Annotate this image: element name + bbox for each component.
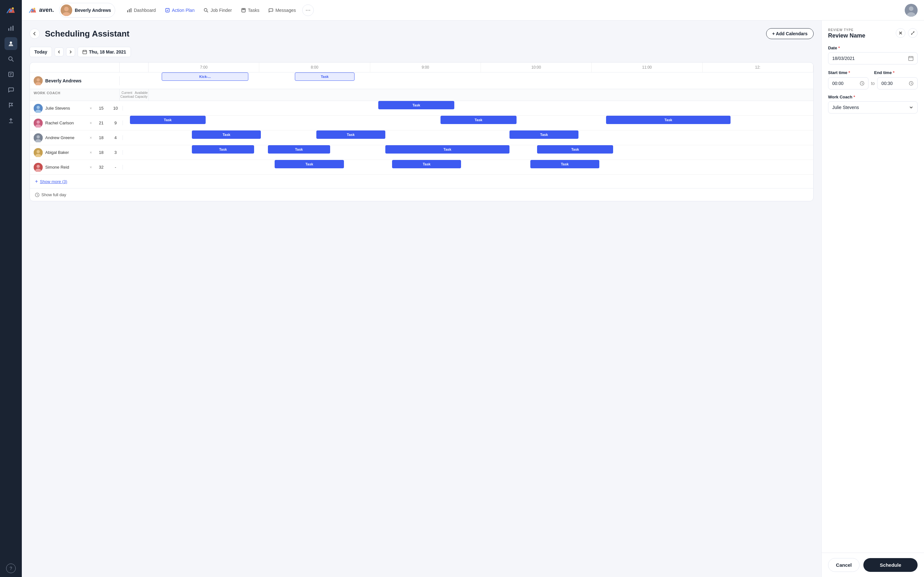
nav-item-messages[interactable]: Messages xyxy=(264,6,300,15)
sidebar-item-messages[interactable] xyxy=(5,83,17,96)
timeline-header-spacer xyxy=(149,89,813,101)
top-right-avatar[interactable] xyxy=(905,4,918,17)
svg-line-6 xyxy=(12,60,13,61)
nav-more-button[interactable]: ⋯ xyxy=(302,5,314,16)
julie-name-cell: Julie Stevens xyxy=(30,104,87,113)
julie-remove-button[interactable]: × xyxy=(87,106,94,111)
show-more-row[interactable]: + Show more (3) xyxy=(30,175,813,189)
user-avatar-svg xyxy=(61,5,72,16)
panel-header-text: REVIEW TYPE Review Name xyxy=(828,28,865,39)
beverly-name-cell: Beverly Andrews xyxy=(30,76,120,85)
back-button[interactable] xyxy=(29,29,40,39)
svg-rect-17 xyxy=(128,10,128,12)
beverly-task-kick[interactable]: Kick-... xyxy=(162,73,248,81)
sidebar-item-tasks[interactable] xyxy=(5,68,17,81)
cancel-button[interactable]: Cancel xyxy=(828,558,859,572)
calendar-nav-icon xyxy=(241,8,246,13)
chevron-down-icon xyxy=(909,105,913,110)
user-pill[interactable]: Beverly Andrews xyxy=(59,3,115,18)
abigal-timeline[interactable]: Task Task Task Task xyxy=(123,145,813,160)
sidebar-item-help[interactable]: ? xyxy=(6,564,16,573)
abigal-task-1[interactable]: Task xyxy=(192,145,254,153)
panel-expand-button[interactable] xyxy=(908,28,918,38)
sidebar-item-analytics[interactable] xyxy=(5,22,17,35)
abigal-remove-button[interactable]: × xyxy=(87,150,94,155)
calendar-icon xyxy=(82,50,87,54)
abigal-task-4[interactable]: Task xyxy=(537,145,613,153)
nav-item-job-finder[interactable]: Job Finder xyxy=(200,6,236,15)
julie-timeline[interactable]: Task xyxy=(123,101,813,115)
aven-wordmark: aven. xyxy=(39,7,54,13)
date-input[interactable] xyxy=(832,56,908,61)
search-nav-icon xyxy=(204,8,208,13)
work-coach-field-group: Work Coach * Julie Stevens xyxy=(828,95,918,113)
date-input-wrapper[interactable] xyxy=(828,52,918,64)
start-time-field[interactable]: 00:00 xyxy=(828,77,869,89)
sidebar-item-upload[interactable] xyxy=(5,114,17,127)
top-avatar-svg xyxy=(905,4,918,17)
schedule-button[interactable]: Schedule xyxy=(863,558,918,572)
expand-icon xyxy=(911,31,915,35)
svg-line-56 xyxy=(911,33,913,35)
simone-name-cell: Simone Reid xyxy=(30,163,87,172)
julie-task-1[interactable]: Task xyxy=(378,101,454,109)
today-button[interactable]: Today xyxy=(29,47,52,57)
sidebar-item-search[interactable] xyxy=(5,53,17,65)
simone-task-1[interactable]: Task xyxy=(275,160,344,168)
rachel-remove-button[interactable]: × xyxy=(87,121,94,125)
rachel-task-3[interactable]: Task xyxy=(606,116,730,124)
right-panel: REVIEW TYPE Review Name Date * xyxy=(821,21,924,577)
panel-close-button[interactable] xyxy=(896,28,905,38)
rachel-task-1[interactable]: Task xyxy=(130,116,206,124)
rachel-task-2[interactable]: Task xyxy=(441,116,517,124)
andrew-task-2[interactable]: Task xyxy=(317,131,385,139)
svg-point-47 xyxy=(37,150,40,153)
beverly-task-1[interactable]: Task xyxy=(295,73,355,81)
svg-point-21 xyxy=(204,8,207,11)
coach-row-julie: Julie Stevens × 15 10 Task xyxy=(30,101,813,116)
work-coach-select[interactable]: Julie Stevens xyxy=(828,101,918,113)
simone-task-3[interactable]: Task xyxy=(530,160,599,168)
time-to-label: to xyxy=(871,81,875,86)
andrew-avatar xyxy=(34,133,43,142)
rachel-timeline[interactable]: Task Task Task xyxy=(123,116,813,130)
andrew-remove-button[interactable]: × xyxy=(87,135,94,140)
time-slots-header: 7:00 8:00 9:00 10:00 11:00 12: xyxy=(149,63,813,72)
end-time-label-group: End time * xyxy=(874,69,918,75)
prev-date-button[interactable] xyxy=(55,47,63,56)
sidebar-item-flag[interactable] xyxy=(5,99,17,111)
time-inputs-row: 00:00 to 00:30 xyxy=(828,77,918,89)
rachel-caseload: 21 xyxy=(94,121,108,125)
andrew-task-3[interactable]: Task xyxy=(509,131,578,139)
nav-item-tasks[interactable]: Tasks xyxy=(237,6,263,15)
andrew-timeline[interactable]: Task Task Task xyxy=(123,131,813,145)
andrew-name-text: Andrew Greene xyxy=(45,135,74,140)
add-calendars-button[interactable]: + Add Calendars xyxy=(766,28,814,39)
simone-task-2[interactable]: Task xyxy=(392,160,461,168)
work-coach-required: * xyxy=(853,95,855,99)
aven-logo: aven. xyxy=(28,6,54,15)
simone-remove-button[interactable]: × xyxy=(87,165,94,169)
abigal-task-3[interactable]: Task xyxy=(385,145,509,153)
nav-item-dashboard[interactable]: Dashboard xyxy=(123,6,160,15)
rachel-avatar-svg xyxy=(34,119,43,127)
rachel-name-cell: Rachel Carlson xyxy=(30,119,87,127)
simone-timeline[interactable]: Task Task Task xyxy=(123,160,813,174)
end-time-field[interactable]: 00:30 xyxy=(877,77,918,89)
simone-capacity: - xyxy=(108,165,123,169)
sidebar-item-people[interactable] xyxy=(5,37,17,50)
date-calendar-icon[interactable] xyxy=(908,56,913,61)
abigal-task-2[interactable]: Task xyxy=(268,145,330,153)
next-date-button[interactable] xyxy=(66,47,75,56)
julie-caseload: 15 xyxy=(94,106,108,111)
andrew-task-1[interactable]: Task xyxy=(192,131,261,139)
svg-rect-1 xyxy=(8,28,9,31)
show-full-day-row[interactable]: Show full day xyxy=(30,189,813,201)
julie-avatar-svg xyxy=(34,104,43,113)
svg-line-55 xyxy=(913,32,914,33)
abigal-name-text: Abigal Baker xyxy=(45,150,69,155)
nav-item-action-plan[interactable]: Action Plan xyxy=(161,6,199,15)
page-title: Scheduling Assistant xyxy=(45,29,129,39)
beverly-timeline[interactable]: Kick-... Task xyxy=(149,73,813,89)
current-date-display: Thu, 18 Mar. 2021 xyxy=(78,47,131,57)
